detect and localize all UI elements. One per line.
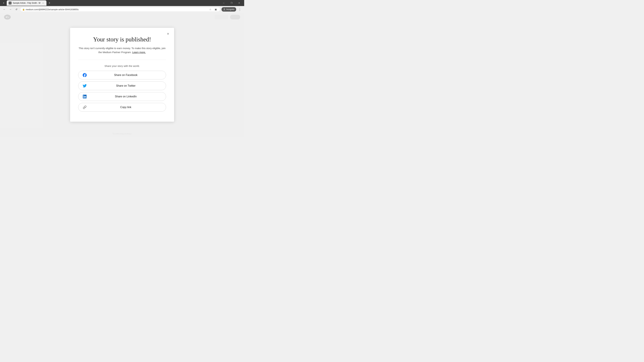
modal-dialog: × Your story is published! This story is… (70, 28, 174, 122)
browser-chrome: ▾ Sample Article - Fely Smith - M × + ─ … (0, 0, 244, 13)
tab-close-button[interactable]: × (42, 2, 44, 4)
modal-description: This story isn't currently eligible to e… (78, 46, 166, 54)
modal-overlay: × Your story is published! This story is… (0, 13, 244, 137)
browser-menu-button[interactable]: ⋮ (238, 7, 242, 12)
close-window-button[interactable]: ✕ (236, 0, 243, 6)
linkedin-icon (82, 94, 87, 99)
url-bar[interactable]: 🔒 medium.com/@89f4222e/sample-article-00… (20, 7, 220, 12)
learn-more-link[interactable]: Learn more. (132, 51, 146, 54)
tab-title: Sample Article - Fely Smith - M (13, 2, 40, 4)
refresh-button[interactable]: ↺ (14, 7, 19, 12)
share-facebook-label: Share on Facebook (90, 73, 162, 77)
security-icon: 🔒 (22, 8, 25, 10)
maximize-button[interactable]: ❐ (228, 0, 235, 6)
svg-point-1 (10, 3, 10, 3)
address-bar: ← → ↺ 🔒 medium.com/@89f4222e/sample-arti… (0, 6, 244, 13)
bookmark-button[interactable]: ☆ (208, 7, 213, 12)
sidebar-button[interactable]: ▣ (213, 7, 218, 12)
tab-bar: ▾ Sample Article - Fely Smith - M × + ─ … (0, 0, 244, 6)
copy-link-icon (82, 105, 87, 110)
window-controls: ─ ❐ ✕ (220, 0, 243, 6)
svg-point-2 (224, 8, 225, 9)
share-facebook-button[interactable]: Share on Facebook (78, 71, 166, 79)
share-twitter-button[interactable]: Share on Twitter (78, 81, 166, 90)
share-subtitle: Share your story with the world. (78, 64, 166, 67)
modal-close-button[interactable]: × (165, 31, 171, 36)
share-twitter-label: Share on Twitter (90, 84, 162, 87)
url-text: medium.com/@89f4222e/sample-article-0044… (26, 8, 207, 11)
page-content: × Your story is published! This story is… (0, 13, 244, 137)
incognito-badge: Incognito (222, 7, 236, 11)
forward-button[interactable]: → (8, 7, 13, 12)
new-tab-button[interactable]: + (47, 1, 52, 5)
facebook-icon (82, 73, 87, 77)
tab-favicon (9, 2, 12, 4)
share-linkedin-button[interactable]: Share on LinkedIn (78, 92, 166, 101)
back-button[interactable]: ← (2, 7, 7, 12)
incognito-icon (223, 8, 226, 10)
tab-list-button[interactable]: ▾ (1, 1, 6, 5)
incognito-label: Incognito (226, 8, 234, 10)
copy-link-button[interactable]: Copy link (78, 103, 166, 112)
share-linkedin-label: Share on LinkedIn (90, 95, 162, 98)
modal-title: Your story is published! (78, 36, 166, 43)
share-buttons-container: Share on Facebook Share on Twitter (78, 71, 166, 112)
twitter-icon (82, 83, 87, 88)
minimize-button[interactable]: ─ (220, 0, 228, 6)
copy-link-label: Copy link (90, 106, 162, 109)
url-actions: ☆ ▣ (208, 7, 218, 12)
active-tab[interactable]: Sample Article - Fely Smith - M × (7, 0, 46, 6)
